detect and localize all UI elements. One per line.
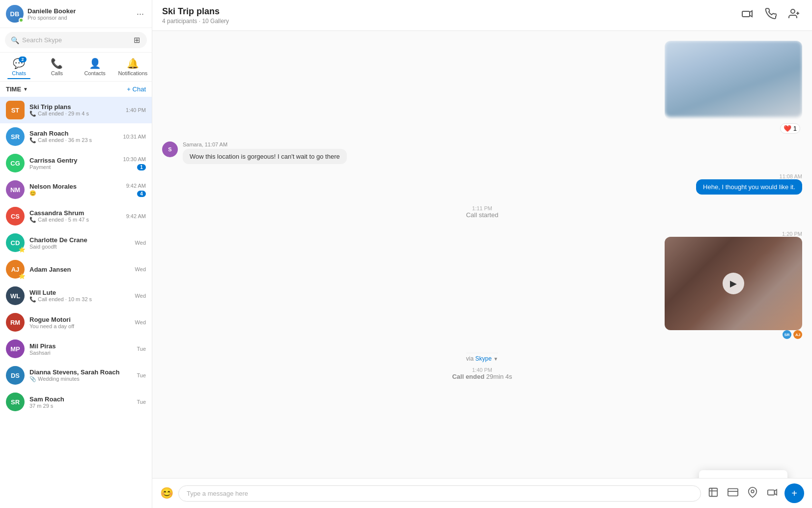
chat-info: Cassandra Shrum 📞 Call ended · 5 m 47 s — [29, 209, 121, 223]
list-item[interactable]: NM Nelson Morales 😊 9:42 AM 4 — [0, 176, 152, 203]
chat-name: Sam Roach — [29, 395, 132, 403]
chat-time: Tue — [137, 372, 146, 378]
chat-info: Charlotte De Crane Said goodft — [29, 236, 130, 250]
chat-preview: 😊 — [29, 190, 121, 197]
list-item[interactable]: CG Carrissa Gentry Payment 10:30 AM 1 — [0, 150, 152, 176]
chat-preview: Sashsari — [29, 350, 132, 356]
chat-meta: 10:30 AM 1 — [123, 156, 146, 170]
sort-by-time[interactable]: TIME ▼ — [6, 85, 28, 93]
chat-time: Wed — [135, 240, 146, 246]
new-chat-label: + Chat — [127, 85, 146, 93]
tab-notifications-label: Notifications — [118, 70, 147, 76]
search-input[interactable] — [22, 36, 130, 44]
message-input[interactable] — [178, 485, 701, 502]
tab-chats[interactable]: 2 💬 Chats — [0, 55, 38, 79]
chat-name: Carrissa Gentry — [29, 157, 118, 164]
nav-tabs: 2 💬 Chats 📞 Calls 👤 Contacts 🔔 Notificat… — [0, 53, 152, 82]
list-item[interactable]: AJ ⭐ Adam Jansen Wed — [0, 256, 152, 282]
chat-avatar: CD ⭐ — [6, 233, 25, 252]
chat-list: ST Ski Trip plans 📞 Call ended · 29 m 4 … — [0, 97, 152, 508]
chat-meta: Tue — [137, 346, 146, 352]
profile-info: Danielle Booker Pro sponsor and — [28, 7, 131, 21]
skype-chevron-icon: ▼ — [493, 356, 498, 362]
notifications-icon: 🔔 — [127, 57, 139, 69]
emoji-button[interactable]: 😊 — [160, 487, 173, 500]
chat-avatar: AJ ⭐ — [6, 260, 25, 279]
grid-view-button[interactable]: ⊞ — [133, 34, 141, 46]
send-button[interactable]: + — [784, 483, 804, 503]
unread-badge: 4 — [137, 191, 146, 197]
add-participant-button[interactable] — [786, 6, 802, 25]
sidebar: DB Danielle Booker Pro sponsor and ··· 🔍… — [0, 0, 152, 508]
list-item[interactable]: WL Will Lute 📞 Call ended · 10 m 32 s We… — [0, 282, 152, 309]
more-options-button[interactable]: ··· — [135, 7, 146, 21]
chat-name: Adam Jansen — [29, 266, 130, 273]
msg-content: Samara, 11:07 AM Wow this location is go… — [183, 141, 347, 164]
skype-link[interactable]: Skype — [476, 355, 492, 362]
system-text: Call started — [162, 211, 802, 219]
location-button[interactable] — [745, 485, 760, 502]
chat-info: Mil Piras Sashsari — [29, 342, 132, 356]
chat-time: Tue — [137, 346, 146, 352]
list-item[interactable]: MP Mil Piras Sashsari Tue — [0, 336, 152, 362]
video-play-button[interactable]: ▶ — [723, 273, 744, 294]
system-time: 1:40 PM — [452, 367, 512, 373]
chat-time: Wed — [135, 293, 146, 299]
list-item[interactable]: ST Ski Trip plans 📞 Call ended · 29 m 4 … — [0, 97, 152, 123]
chat-name: Ski Trip plans — [29, 103, 121, 111]
svg-point-2 — [791, 9, 795, 13]
photo-message — [665, 41, 802, 119]
send-money-button[interactable] — [726, 485, 740, 502]
list-item[interactable]: CD ⭐ Charlotte De Crane Said goodft Wed — [0, 229, 152, 256]
tab-contacts[interactable]: 👤 Contacts — [76, 55, 114, 79]
message-input-bar: 😊 + — [152, 478, 812, 508]
profile-status: Pro sponsor and — [28, 15, 131, 21]
chat-info: Rogue Motori You need a day off — [29, 316, 130, 329]
list-item[interactable]: SR Sarah Roach 📞 Call ended · 36 m 23 s … — [0, 123, 152, 150]
chat-meta: Wed — [135, 293, 146, 299]
list-item[interactable]: RM Rogue Motori You need a day off Wed — [0, 309, 152, 336]
video-message[interactable]: ▶ — [665, 237, 802, 330]
chat-name: Nelson Morales — [29, 183, 121, 190]
chat-preview: 📞 Call ended · 5 m 47 s — [29, 217, 121, 223]
video-call-button[interactable] — [739, 6, 755, 25]
list-item[interactable]: CS Cassandra Shrum 📞 Call ended · 5 m 47… — [0, 203, 152, 229]
chat-info: Sarah Roach 📞 Call ended · 36 m 23 s — [29, 130, 118, 143]
chat-header-info: Ski Trip plans 4 participants · 10 Galle… — [162, 6, 733, 25]
chat-meta: Wed — [135, 240, 146, 246]
chat-header: Ski Trip plans 4 participants · 10 Galle… — [152, 0, 812, 31]
seen-row: SR AJ — [665, 330, 802, 341]
avatar[interactable]: DB — [6, 5, 24, 23]
attach-file-button[interactable] — [706, 485, 721, 502]
unread-badge: 1 — [137, 164, 146, 170]
chat-avatar: RM — [6, 313, 25, 332]
chat-info: Ski Trip plans 📞 Call ended · 29 m 4 s — [29, 103, 121, 117]
svg-rect-0 — [742, 11, 750, 17]
via-label: via — [466, 355, 476, 362]
list-item[interactable]: DS Dianna Stevens, Sarah Roach 📎 Wedding… — [0, 362, 152, 389]
voice-call-button[interactable] — [763, 6, 779, 25]
chat-avatar: ST — [6, 101, 25, 119]
context-menu: Save to "Downloads" Save as... Forward S… — [699, 470, 787, 478]
chat-preview: 📞 Call ended · 29 m 4 s — [29, 111, 121, 117]
tab-calls[interactable]: 📞 Calls — [38, 55, 76, 79]
seen-avatar-2: AJ — [793, 330, 802, 339]
call-ended-row: via Skype ▼ 1:40 PM Call ended 29min 4s — [162, 349, 802, 387]
tab-notifications[interactable]: 🔔 Notifications — [114, 55, 152, 79]
chat-avatar: MP — [6, 339, 25, 358]
tab-calls-label: Calls — [51, 70, 63, 76]
chat-info: Carrissa Gentry Payment — [29, 157, 118, 170]
chat-time: Wed — [135, 319, 146, 325]
list-item[interactable]: SR Sam Roach 37 m 29 s Tue — [0, 389, 152, 415]
chat-meta: 1:40 PM — [126, 107, 146, 113]
msg-bubble: Hehe, I thought you would like it. — [696, 179, 802, 195]
seen-avatar-1: SR — [783, 330, 791, 339]
chat-name: Sarah Roach — [29, 130, 118, 137]
new-chat-button[interactable]: + Chat — [127, 85, 146, 93]
chat-meta: Wed — [135, 266, 146, 272]
context-save-downloads[interactable]: Save to "Downloads" — [699, 473, 787, 478]
msg-row: 11:08 AM Hehe, I thought you would like … — [162, 172, 802, 195]
video-message-button[interactable] — [765, 485, 780, 502]
chat-preview: 37 m 29 s — [29, 403, 132, 409]
chat-subtitle: 4 participants · 10 Gallery — [162, 18, 733, 25]
